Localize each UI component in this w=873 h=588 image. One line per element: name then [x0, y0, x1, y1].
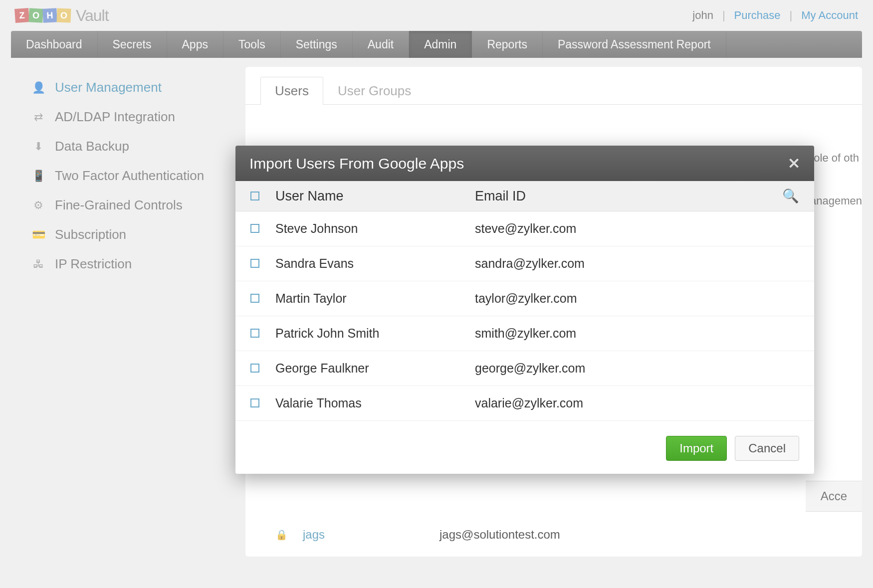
tab-users[interactable]: Users: [260, 77, 323, 105]
logo-letter: H: [42, 8, 57, 22]
app-header: Z O H O Vault john | Purchase | My Accou…: [0, 0, 873, 31]
modal-table-header: User Name Email ID 🔍: [235, 181, 814, 211]
cancel-button[interactable]: Cancel: [735, 436, 799, 461]
logo-boxes: Z O H O: [15, 8, 71, 22]
lock-icon: 🔒: [275, 529, 288, 541]
bg-user-name[interactable]: jags: [303, 528, 325, 542]
header-right: john | Purchase | My Account: [692, 9, 858, 22]
backup-icon: ⬇: [31, 140, 46, 153]
purchase-link[interactable]: Purchase: [734, 9, 781, 22]
sidebar-item-label: IP Restriction: [55, 256, 132, 272]
row-checkbox[interactable]: [250, 224, 259, 233]
row-email: steve@zylker.com: [475, 221, 799, 236]
sidebar-item-label: Fine-Grained Controls: [55, 197, 183, 213]
row-email: taylor@zylker.com: [475, 291, 799, 306]
modal-header: Import Users From Google Apps ✕: [235, 146, 814, 181]
sidebar-item-label: User Management: [55, 80, 162, 95]
row-username: Patrick John Smith: [275, 326, 475, 341]
sliders-icon: ⚙: [31, 199, 46, 212]
logo-text: Vault: [76, 6, 109, 25]
row-username: Sandra Evans: [275, 256, 475, 271]
bg-user-row: 🔒 jags jags@solutiontest.com: [275, 528, 560, 542]
tabs: Users User Groups: [245, 77, 862, 105]
my-account-link[interactable]: My Account: [801, 9, 858, 22]
sidebar-item-label: AD/LDAP Integration: [55, 109, 175, 125]
user-plus-icon: 👤: [31, 81, 46, 94]
nav-audit[interactable]: Audit: [353, 31, 409, 58]
current-user: john: [692, 9, 713, 22]
user-row: Steve Johnsonsteve@zylker.com: [235, 211, 814, 246]
ip-restriction-icon: 🖧: [31, 258, 46, 271]
sidebar-item-two-factor[interactable]: 📱 Two Factor Authentication: [11, 161, 245, 191]
row-email: valarie@zylker.com: [475, 396, 799, 410]
nav-admin[interactable]: Admin: [409, 31, 472, 58]
bg-user-email: jags@solutiontest.com: [439, 528, 560, 542]
logo-letter: Z: [14, 8, 29, 23]
close-icon[interactable]: ✕: [788, 155, 800, 172]
nav-apps[interactable]: Apps: [167, 31, 223, 58]
row-email: smith@zylker.com: [475, 326, 799, 341]
tab-user-groups[interactable]: User Groups: [323, 77, 426, 105]
bg-column-header: Acce: [806, 481, 862, 512]
row-username: George Faulkner: [275, 361, 475, 376]
sidebar-item-subscription[interactable]: 💳 Subscription: [11, 220, 245, 249]
nav-settings[interactable]: Settings: [281, 31, 353, 58]
user-row: Valarie Thomasvalarie@zylker.com: [235, 386, 814, 421]
sidebar-item-label: Subscription: [55, 227, 126, 242]
sidebar-item-data-backup[interactable]: ⬇ Data Backup: [11, 132, 245, 161]
row-username: Valarie Thomas: [275, 396, 475, 410]
modal-footer: Import Cancel: [235, 421, 814, 474]
separator: |: [790, 9, 793, 22]
select-all-checkbox[interactable]: [250, 192, 259, 200]
column-header-username: User Name: [275, 189, 475, 204]
modal-rows: Steve Johnsonsteve@zylker.comSandra Evan…: [235, 211, 814, 421]
search-icon[interactable]: 🔍: [779, 188, 799, 204]
import-button[interactable]: Import: [666, 436, 727, 461]
nav-reports[interactable]: Reports: [472, 31, 543, 58]
user-row: George Faulknergeorge@zylker.com: [235, 351, 814, 386]
modal-title: Import Users From Google Apps: [249, 155, 464, 172]
subscription-icon: 💳: [31, 228, 46, 241]
nav-tools[interactable]: Tools: [223, 31, 281, 58]
logo: Z O H O Vault: [15, 6, 109, 25]
row-checkbox[interactable]: [250, 259, 259, 268]
row-username: Martin Taylor: [275, 291, 475, 306]
ldap-icon: ⇄: [31, 111, 46, 124]
logo-letter: O: [28, 8, 43, 22]
admin-sidebar: 👤 User Management ⇄ AD/LDAP Integration …: [11, 58, 245, 557]
twofa-icon: 📱: [31, 170, 46, 183]
sidebar-item-user-management[interactable]: 👤 User Management: [11, 73, 245, 102]
row-checkbox[interactable]: [250, 329, 259, 338]
column-header-email: Email ID: [475, 189, 779, 204]
separator: |: [722, 9, 725, 22]
sidebar-item-fine-grained[interactable]: ⚙ Fine-Grained Controls: [11, 191, 245, 220]
user-row: Sandra Evanssandra@zylker.com: [235, 246, 814, 281]
nav-secrets[interactable]: Secrets: [98, 31, 167, 58]
row-email: sandra@zylker.com: [475, 256, 799, 271]
nav-password-assessment[interactable]: Password Assessment Report: [543, 31, 726, 58]
row-checkbox[interactable]: [250, 364, 259, 373]
main-nav: Dashboard Secrets Apps Tools Settings Au…: [11, 31, 862, 58]
row-email: george@zylker.com: [475, 361, 799, 376]
import-users-modal: Import Users From Google Apps ✕ User Nam…: [235, 146, 814, 474]
sidebar-item-ad-ldap[interactable]: ⇄ AD/LDAP Integration: [11, 102, 245, 132]
row-checkbox[interactable]: [250, 398, 259, 407]
user-row: Martin Taylortaylor@zylker.com: [235, 281, 814, 316]
sidebar-item-label: Two Factor Authentication: [55, 168, 204, 184]
row-username: Steve Johnson: [275, 221, 475, 236]
logo-letter: O: [57, 8, 71, 23]
row-checkbox[interactable]: [250, 294, 259, 303]
sidebar-item-ip-restriction[interactable]: 🖧 IP Restriction: [11, 249, 245, 279]
sidebar-item-label: Data Backup: [55, 139, 129, 154]
nav-dashboard[interactable]: Dashboard: [11, 31, 98, 58]
user-row: Patrick John Smithsmith@zylker.com: [235, 316, 814, 351]
